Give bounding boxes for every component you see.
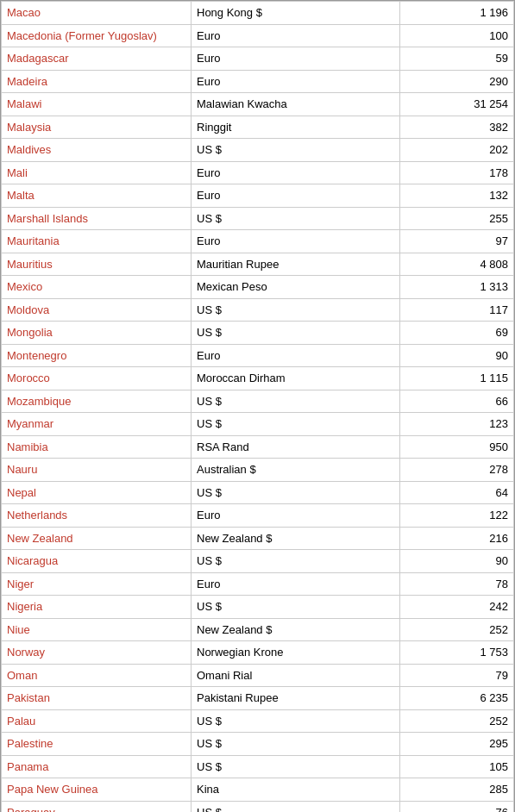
amount-cell: 1 313	[400, 276, 514, 299]
table-row: OmanOmani Rial79	[2, 664, 514, 687]
country-cell: Morocco	[2, 367, 192, 390]
table-row: Marshall IslandsUS $255	[2, 207, 514, 230]
table-row: Papa New GuineaKina285	[2, 778, 514, 802]
table-row: MoroccoMoroccan Dirham1 115	[2, 367, 514, 390]
table-row: MacaoHong Kong $1 196	[2, 2, 514, 25]
table-row: NorwayNorwegian Krone1 753	[2, 641, 514, 665]
country-cell: Palestine	[2, 733, 192, 756]
currency-cell: Ringgit	[192, 116, 400, 139]
currency-cell: Pakistani Rupee	[192, 687, 400, 710]
amount-cell: 97	[400, 230, 514, 253]
amount-cell: 242	[400, 596, 514, 619]
amount-cell: 1 115	[400, 367, 514, 390]
table-row: MaliEuro178	[2, 161, 514, 184]
table-row: MozambiqueUS $66	[2, 390, 514, 413]
currency-cell: Hong Kong $	[192, 2, 400, 25]
currency-cell: US $	[192, 322, 400, 345]
country-cell: Malawi	[2, 93, 192, 116]
amount-cell: 31 254	[400, 93, 514, 116]
currency-cell: Euro	[192, 70, 400, 93]
amount-cell: 117	[400, 298, 514, 322]
currency-cell: Euro	[192, 230, 400, 253]
amount-cell: 132	[400, 184, 514, 208]
country-cell: Macao	[2, 2, 192, 25]
country-cell: New Zealand	[2, 527, 192, 550]
country-cell: Mozambique	[2, 390, 192, 413]
amount-cell: 90	[400, 344, 514, 367]
table-row: NigeriaUS $242	[2, 596, 514, 619]
table-row: NamibiaRSA Rand950	[2, 435, 514, 459]
amount-cell: 79	[400, 664, 514, 687]
amount-cell: 1 753	[400, 641, 514, 665]
currency-cell: Euro	[192, 184, 400, 208]
country-cell: Nigeria	[2, 596, 192, 619]
country-cell: Myanmar	[2, 413, 192, 436]
country-cell: Malaysia	[2, 116, 192, 139]
amount-cell: 122	[400, 504, 514, 528]
country-cell: Macedonia (Former Yugoslav)	[2, 24, 192, 47]
table-row: PalauUS $252	[2, 709, 514, 733]
currency-cell: US $	[192, 413, 400, 436]
amount-cell: 950	[400, 435, 514, 459]
country-cell: Papa New Guinea	[2, 778, 192, 802]
currency-cell: Euro	[192, 504, 400, 528]
amount-cell: 285	[400, 778, 514, 802]
table-row: MauritaniaEuro97	[2, 230, 514, 253]
amount-cell: 105	[400, 755, 514, 778]
table-row: NauruAustralian $278	[2, 459, 514, 482]
amount-cell: 216	[400, 527, 514, 550]
table-row: MauritiusMauritian Rupee4 808	[2, 253, 514, 276]
table-row: MalawiMalawian Kwacha31 254	[2, 93, 514, 116]
amount-cell: 278	[400, 459, 514, 482]
currency-cell: US $	[192, 709, 400, 733]
country-cell: Marshall Islands	[2, 207, 192, 230]
amount-cell: 1 196	[400, 2, 514, 25]
currency-cell: US $	[192, 596, 400, 619]
table-row: MexicoMexican Peso1 313	[2, 276, 514, 299]
table-row: MadeiraEuro290	[2, 70, 514, 93]
currency-cell: Euro	[192, 344, 400, 367]
table-row: PakistanPakistani Rupee6 235	[2, 687, 514, 710]
table-row: MalaysiaRinggit382	[2, 116, 514, 139]
country-cell: Panama	[2, 755, 192, 778]
amount-cell: 123	[400, 413, 514, 436]
currency-cell: Norwegian Krone	[192, 641, 400, 665]
table-row: New ZealandNew Zealand $216	[2, 527, 514, 550]
country-cell: Madagascar	[2, 47, 192, 71]
country-cell: Niger	[2, 572, 192, 596]
currency-cell: Euro	[192, 572, 400, 596]
currency-cell: Mauritian Rupee	[192, 253, 400, 276]
currency-cell: US $	[192, 801, 400, 812]
country-cell: Mali	[2, 161, 192, 184]
amount-cell: 59	[400, 47, 514, 71]
currency-cell: Australian $	[192, 459, 400, 482]
amount-cell: 76	[400, 801, 514, 812]
table-row: NigerEuro78	[2, 572, 514, 596]
currency-cell: New Zealand $	[192, 618, 400, 641]
amount-cell: 6 235	[400, 687, 514, 710]
table-row: NicaraguaUS $90	[2, 550, 514, 573]
currency-cell: US $	[192, 481, 400, 504]
country-cell: Palau	[2, 709, 192, 733]
country-cell: Niue	[2, 618, 192, 641]
amount-cell: 100	[400, 24, 514, 47]
amount-cell: 290	[400, 70, 514, 93]
currency-cell: Euro	[192, 47, 400, 71]
amount-cell: 178	[400, 161, 514, 184]
table-row: MaltaEuro132	[2, 184, 514, 208]
currency-cell: Moroccan Dirham	[192, 367, 400, 390]
amount-cell: 66	[400, 390, 514, 413]
currency-cell: US $	[192, 390, 400, 413]
table-row: MaldivesUS $202	[2, 139, 514, 162]
country-cell: Madeira	[2, 70, 192, 93]
amount-cell: 78	[400, 572, 514, 596]
table-row: NetherlandsEuro122	[2, 504, 514, 528]
currency-cell: RSA Rand	[192, 435, 400, 459]
country-cell: Maldives	[2, 139, 192, 162]
country-cell: Mauritius	[2, 253, 192, 276]
currency-cell: US $	[192, 755, 400, 778]
country-cell: Netherlands	[2, 504, 192, 528]
table-row: ParaguayUS $76	[2, 801, 514, 812]
table-row: MyanmarUS $123	[2, 413, 514, 436]
currency-cell: US $	[192, 139, 400, 162]
